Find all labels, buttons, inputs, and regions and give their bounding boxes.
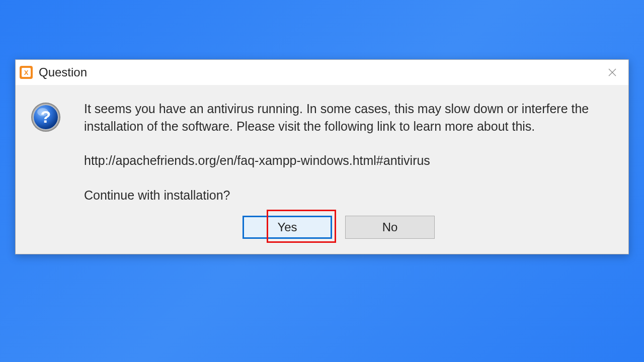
close-icon bbox=[608, 68, 617, 77]
close-button[interactable] bbox=[600, 63, 624, 81]
dialog-prompt: Continue with installation? bbox=[84, 187, 613, 204]
no-button[interactable]: No bbox=[345, 216, 435, 239]
dialog-link: http://apachefriends.org/en/faq-xampp-wi… bbox=[84, 152, 613, 169]
xampp-icon: X bbox=[20, 66, 33, 79]
dialog-title: Question bbox=[39, 65, 87, 79]
dialog-content: It seems you have an antivirus running. … bbox=[84, 100, 613, 239]
dialog-body: ? It seems you have an antivirus running… bbox=[16, 85, 628, 254]
titlebar: X Question bbox=[16, 60, 628, 85]
dialog-message: It seems you have an antivirus running. … bbox=[84, 100, 613, 135]
question-icon: ? bbox=[31, 102, 61, 132]
svg-text:?: ? bbox=[41, 107, 51, 126]
yes-button[interactable]: Yes bbox=[243, 216, 332, 239]
button-row: Yes No bbox=[84, 216, 613, 239]
question-dialog: X Question bbox=[15, 59, 629, 254]
